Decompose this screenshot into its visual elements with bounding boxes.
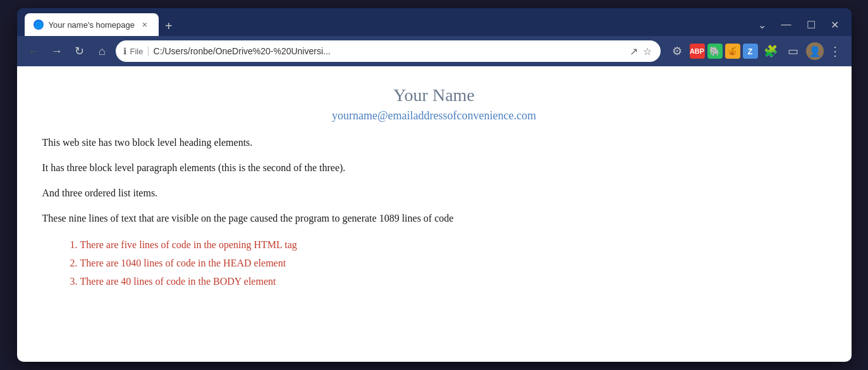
sidebar-icon: ▭	[788, 44, 798, 58]
info-icon: ℹ	[123, 46, 126, 56]
active-tab[interactable]: 🌐 Your name's homepage ×	[25, 13, 159, 36]
share-button[interactable]: ↗	[628, 44, 639, 59]
page-email[interactable]: yourname@emailaddressofconvenience.com	[42, 109, 826, 122]
page-content: Your Name yourname@emailaddressofconveni…	[17, 66, 852, 362]
list-item-3: There are 40 lines of code in the BODY e…	[80, 273, 826, 291]
toolbar: ← → ↻ ⌂ ℹ File | C:/Users/ronbe/OneDrive…	[17, 36, 852, 66]
title-bar: 🌐 Your name's homepage × + ⌄ — ☐ ✕	[17, 8, 852, 36]
menu-button[interactable]: ⋮	[826, 42, 844, 60]
file-label: File	[130, 47, 144, 56]
address-actions: ↗ ☆	[628, 44, 653, 59]
address-separator: |	[147, 45, 149, 57]
home-button[interactable]: ⌂	[93, 42, 112, 61]
toolbar-icons: ⚙ ABP 🐘 🍯 Z 🧩 ▭ 👤 ⋮	[667, 41, 844, 61]
tab-area: 🌐 Your name's homepage × +	[25, 13, 750, 36]
settings-button[interactable]: ⚙	[667, 41, 687, 61]
paragraph-4: These nine lines of text that are visibl…	[42, 211, 826, 226]
window-controls: ⌄ — ☐ ✕	[753, 18, 844, 32]
sidebar-button[interactable]: ▭	[783, 41, 804, 61]
tab-close-button[interactable]: ×	[140, 20, 150, 30]
forward-button[interactable]: →	[47, 42, 66, 61]
paragraph-1: This web site has two block level headin…	[42, 135, 826, 150]
page-heading: Your Name	[42, 85, 826, 105]
evernote-icon: 🐘	[709, 46, 720, 56]
settings-icon: ⚙	[672, 44, 682, 58]
tab-title: Your name's homepage	[49, 20, 135, 30]
puzzle-icon: 🧩	[764, 44, 778, 58]
profile-avatar[interactable]: 👤	[806, 42, 824, 60]
honey-extension-button[interactable]: 🍯	[725, 44, 740, 59]
list-item-1: There are five lines of code in the open…	[80, 236, 826, 254]
bookmark-button[interactable]: ☆	[642, 44, 653, 59]
back-button[interactable]: ←	[25, 42, 44, 61]
email-link[interactable]: yourname@emailaddressofconvenience.com	[332, 109, 536, 122]
abp-extension-button[interactable]: ABP	[690, 44, 705, 59]
reload-button[interactable]: ↻	[70, 42, 89, 61]
close-window-button[interactable]: ✕	[826, 18, 844, 32]
maximize-button[interactable]: ☐	[802, 18, 821, 32]
browser-window: 🌐 Your name's homepage × + ⌄ — ☐ ✕ ← → ↻…	[17, 8, 852, 362]
url-text: C:/Users/ronbe/OneDrive%20-%20Universi..…	[154, 46, 625, 56]
puzzle-button[interactable]: 🧩	[761, 41, 781, 61]
paragraph-2: It has three block level paragraph eleme…	[42, 160, 826, 176]
paragraph-3: And three ordered list items.	[42, 186, 826, 201]
new-tab-button[interactable]: +	[159, 16, 179, 36]
honey-icon: 🍯	[728, 47, 737, 56]
zotero-extension-button[interactable]: Z	[743, 44, 758, 59]
list-item-2: There are 1040 lines of code in the HEAD…	[80, 254, 826, 273]
minimize-button[interactable]: —	[776, 18, 797, 32]
ordered-list: There are five lines of code in the open…	[80, 236, 826, 290]
dropdown-button[interactable]: ⌄	[753, 18, 771, 32]
address-bar[interactable]: ℹ File | C:/Users/ronbe/OneDrive%20-%20U…	[116, 40, 661, 62]
tab-favicon: 🌐	[34, 20, 44, 30]
evernote-extension-button[interactable]: 🐘	[707, 44, 723, 59]
avatar-image: 👤	[809, 45, 821, 57]
